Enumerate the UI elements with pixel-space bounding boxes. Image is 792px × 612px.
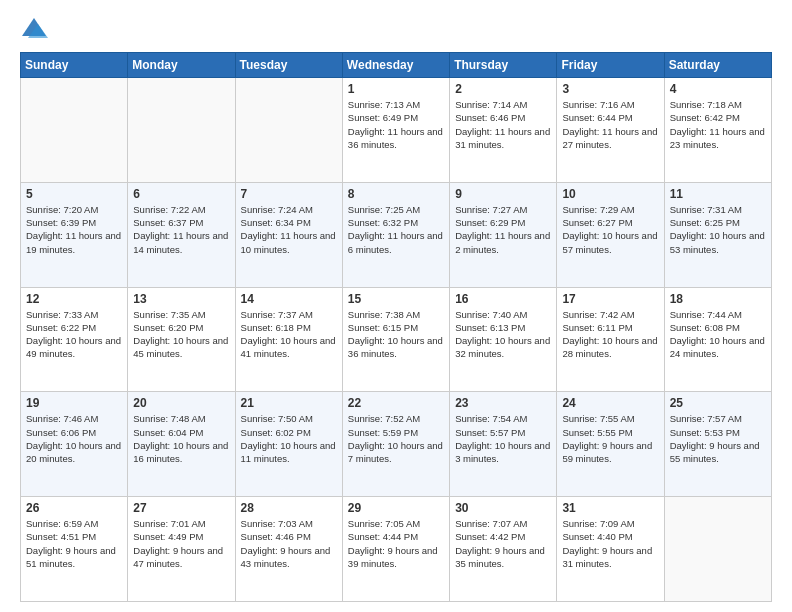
- calendar-cell: 4Sunrise: 7:18 AM Sunset: 6:42 PM Daylig…: [664, 78, 771, 183]
- day-info: Sunrise: 7:09 AM Sunset: 4:40 PM Dayligh…: [562, 517, 658, 570]
- calendar-cell: 9Sunrise: 7:27 AM Sunset: 6:29 PM Daylig…: [450, 182, 557, 287]
- calendar-cell: [235, 78, 342, 183]
- calendar-cell: [128, 78, 235, 183]
- page: SundayMondayTuesdayWednesdayThursdayFrid…: [0, 0, 792, 612]
- week-row: 12Sunrise: 7:33 AM Sunset: 6:22 PM Dayli…: [21, 287, 772, 392]
- calendar-cell: 6Sunrise: 7:22 AM Sunset: 6:37 PM Daylig…: [128, 182, 235, 287]
- day-number: 26: [26, 501, 122, 515]
- calendar-cell: 17Sunrise: 7:42 AM Sunset: 6:11 PM Dayli…: [557, 287, 664, 392]
- day-info: Sunrise: 7:54 AM Sunset: 5:57 PM Dayligh…: [455, 412, 551, 465]
- calendar-cell: 14Sunrise: 7:37 AM Sunset: 6:18 PM Dayli…: [235, 287, 342, 392]
- day-header-sunday: Sunday: [21, 53, 128, 78]
- day-info: Sunrise: 7:24 AM Sunset: 6:34 PM Dayligh…: [241, 203, 337, 256]
- day-number: 31: [562, 501, 658, 515]
- day-number: 18: [670, 292, 766, 306]
- day-number: 28: [241, 501, 337, 515]
- day-info: Sunrise: 7:37 AM Sunset: 6:18 PM Dayligh…: [241, 308, 337, 361]
- calendar-cell: 25Sunrise: 7:57 AM Sunset: 5:53 PM Dayli…: [664, 392, 771, 497]
- day-number: 17: [562, 292, 658, 306]
- day-number: 11: [670, 187, 766, 201]
- day-info: Sunrise: 7:20 AM Sunset: 6:39 PM Dayligh…: [26, 203, 122, 256]
- day-number: 23: [455, 396, 551, 410]
- logo: [20, 16, 52, 44]
- calendar-cell: 2Sunrise: 7:14 AM Sunset: 6:46 PM Daylig…: [450, 78, 557, 183]
- calendar-cell: 29Sunrise: 7:05 AM Sunset: 4:44 PM Dayli…: [342, 497, 449, 602]
- calendar-cell: 30Sunrise: 7:07 AM Sunset: 4:42 PM Dayli…: [450, 497, 557, 602]
- day-info: Sunrise: 7:03 AM Sunset: 4:46 PM Dayligh…: [241, 517, 337, 570]
- calendar-cell: 23Sunrise: 7:54 AM Sunset: 5:57 PM Dayli…: [450, 392, 557, 497]
- day-number: 2: [455, 82, 551, 96]
- week-row: 19Sunrise: 7:46 AM Sunset: 6:06 PM Dayli…: [21, 392, 772, 497]
- day-number: 20: [133, 396, 229, 410]
- day-number: 13: [133, 292, 229, 306]
- day-number: 27: [133, 501, 229, 515]
- day-info: Sunrise: 6:59 AM Sunset: 4:51 PM Dayligh…: [26, 517, 122, 570]
- day-info: Sunrise: 7:50 AM Sunset: 6:02 PM Dayligh…: [241, 412, 337, 465]
- calendar-cell: 5Sunrise: 7:20 AM Sunset: 6:39 PM Daylig…: [21, 182, 128, 287]
- day-header-thursday: Thursday: [450, 53, 557, 78]
- day-info: Sunrise: 7:18 AM Sunset: 6:42 PM Dayligh…: [670, 98, 766, 151]
- day-info: Sunrise: 7:16 AM Sunset: 6:44 PM Dayligh…: [562, 98, 658, 151]
- day-header-saturday: Saturday: [664, 53, 771, 78]
- calendar-cell: [21, 78, 128, 183]
- calendar-cell: [664, 497, 771, 602]
- day-number: 29: [348, 501, 444, 515]
- day-info: Sunrise: 7:40 AM Sunset: 6:13 PM Dayligh…: [455, 308, 551, 361]
- day-info: Sunrise: 7:33 AM Sunset: 6:22 PM Dayligh…: [26, 308, 122, 361]
- day-number: 3: [562, 82, 658, 96]
- day-header-tuesday: Tuesday: [235, 53, 342, 78]
- day-info: Sunrise: 7:01 AM Sunset: 4:49 PM Dayligh…: [133, 517, 229, 570]
- calendar-cell: 15Sunrise: 7:38 AM Sunset: 6:15 PM Dayli…: [342, 287, 449, 392]
- calendar-cell: 13Sunrise: 7:35 AM Sunset: 6:20 PM Dayli…: [128, 287, 235, 392]
- day-info: Sunrise: 7:57 AM Sunset: 5:53 PM Dayligh…: [670, 412, 766, 465]
- day-number: 10: [562, 187, 658, 201]
- header: [20, 16, 772, 44]
- calendar-cell: 28Sunrise: 7:03 AM Sunset: 4:46 PM Dayli…: [235, 497, 342, 602]
- day-info: Sunrise: 7:52 AM Sunset: 5:59 PM Dayligh…: [348, 412, 444, 465]
- day-number: 4: [670, 82, 766, 96]
- week-row: 26Sunrise: 6:59 AM Sunset: 4:51 PM Dayli…: [21, 497, 772, 602]
- day-number: 16: [455, 292, 551, 306]
- day-info: Sunrise: 7:42 AM Sunset: 6:11 PM Dayligh…: [562, 308, 658, 361]
- calendar-cell: 19Sunrise: 7:46 AM Sunset: 6:06 PM Dayli…: [21, 392, 128, 497]
- day-number: 25: [670, 396, 766, 410]
- day-number: 12: [26, 292, 122, 306]
- day-info: Sunrise: 7:22 AM Sunset: 6:37 PM Dayligh…: [133, 203, 229, 256]
- day-number: 14: [241, 292, 337, 306]
- week-row: 1Sunrise: 7:13 AM Sunset: 6:49 PM Daylig…: [21, 78, 772, 183]
- day-info: Sunrise: 7:31 AM Sunset: 6:25 PM Dayligh…: [670, 203, 766, 256]
- day-header-wednesday: Wednesday: [342, 53, 449, 78]
- day-header-monday: Monday: [128, 53, 235, 78]
- calendar-cell: 24Sunrise: 7:55 AM Sunset: 5:55 PM Dayli…: [557, 392, 664, 497]
- calendar-cell: 22Sunrise: 7:52 AM Sunset: 5:59 PM Dayli…: [342, 392, 449, 497]
- calendar-cell: 20Sunrise: 7:48 AM Sunset: 6:04 PM Dayli…: [128, 392, 235, 497]
- calendar-cell: 21Sunrise: 7:50 AM Sunset: 6:02 PM Dayli…: [235, 392, 342, 497]
- header-row: SundayMondayTuesdayWednesdayThursdayFrid…: [21, 53, 772, 78]
- day-info: Sunrise: 7:14 AM Sunset: 6:46 PM Dayligh…: [455, 98, 551, 151]
- day-number: 8: [348, 187, 444, 201]
- calendar-cell: 26Sunrise: 6:59 AM Sunset: 4:51 PM Dayli…: [21, 497, 128, 602]
- calendar-cell: 31Sunrise: 7:09 AM Sunset: 4:40 PM Dayli…: [557, 497, 664, 602]
- day-info: Sunrise: 7:25 AM Sunset: 6:32 PM Dayligh…: [348, 203, 444, 256]
- day-info: Sunrise: 7:35 AM Sunset: 6:20 PM Dayligh…: [133, 308, 229, 361]
- day-number: 6: [133, 187, 229, 201]
- day-info: Sunrise: 7:29 AM Sunset: 6:27 PM Dayligh…: [562, 203, 658, 256]
- day-number: 30: [455, 501, 551, 515]
- day-number: 5: [26, 187, 122, 201]
- day-info: Sunrise: 7:44 AM Sunset: 6:08 PM Dayligh…: [670, 308, 766, 361]
- calendar-cell: 1Sunrise: 7:13 AM Sunset: 6:49 PM Daylig…: [342, 78, 449, 183]
- day-info: Sunrise: 7:05 AM Sunset: 4:44 PM Dayligh…: [348, 517, 444, 570]
- logo-icon: [20, 16, 48, 44]
- day-info: Sunrise: 7:46 AM Sunset: 6:06 PM Dayligh…: [26, 412, 122, 465]
- calendar-cell: 18Sunrise: 7:44 AM Sunset: 6:08 PM Dayli…: [664, 287, 771, 392]
- day-info: Sunrise: 7:48 AM Sunset: 6:04 PM Dayligh…: [133, 412, 229, 465]
- day-info: Sunrise: 7:38 AM Sunset: 6:15 PM Dayligh…: [348, 308, 444, 361]
- day-number: 19: [26, 396, 122, 410]
- calendar-cell: 27Sunrise: 7:01 AM Sunset: 4:49 PM Dayli…: [128, 497, 235, 602]
- day-number: 9: [455, 187, 551, 201]
- calendar-cell: 12Sunrise: 7:33 AM Sunset: 6:22 PM Dayli…: [21, 287, 128, 392]
- calendar-cell: 7Sunrise: 7:24 AM Sunset: 6:34 PM Daylig…: [235, 182, 342, 287]
- day-number: 24: [562, 396, 658, 410]
- day-number: 1: [348, 82, 444, 96]
- calendar-cell: 11Sunrise: 7:31 AM Sunset: 6:25 PM Dayli…: [664, 182, 771, 287]
